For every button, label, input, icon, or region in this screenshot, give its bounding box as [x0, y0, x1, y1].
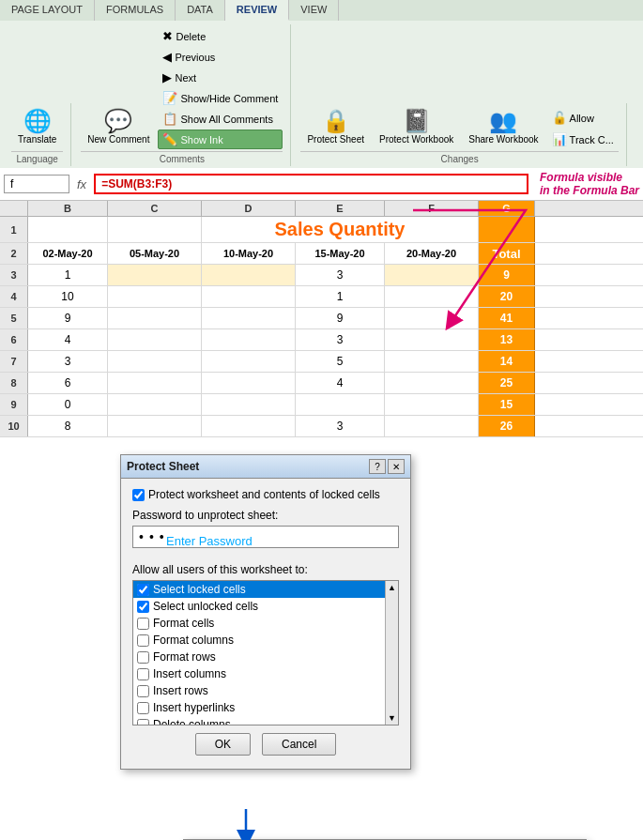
cell-d1[interactable]: Sales Quantity [202, 217, 479, 242]
cell-f2[interactable]: 20-May-20 [385, 243, 479, 264]
cell-e2[interactable]: 15-May-20 [296, 243, 385, 264]
cell-d8[interactable] [202, 373, 296, 393]
protect-workbook-button[interactable]: 📓 Protect Workbook [373, 105, 460, 149]
col-header-d[interactable]: D [202, 201, 296, 216]
cell-b5[interactable]: 9 [28, 308, 108, 328]
cell-d5[interactable] [202, 308, 296, 328]
cell-d10[interactable] [202, 416, 296, 436]
cell-reference[interactable]: f [4, 175, 69, 193]
cell-b6[interactable]: 4 [28, 329, 108, 350]
perm-insert-columns[interactable]: Insert columns [133, 665, 385, 682]
protect-cancel-button[interactable]: Cancel [262, 733, 336, 756]
perm-format-columns[interactable]: Format columns [133, 632, 385, 649]
cell-e8[interactable]: 4 [296, 373, 385, 393]
cell-e9[interactable] [296, 394, 385, 415]
scrollbar[interactable]: ▲ ▼ [385, 581, 398, 725]
col-header-e[interactable]: E [296, 201, 385, 216]
cell-d6[interactable] [202, 329, 296, 350]
share-workbook-button[interactable]: 👥 Share Workbook [462, 105, 544, 149]
show-ink-button[interactable]: ✏️ Show Ink [158, 130, 283, 149]
cell-d7[interactable] [202, 351, 296, 372]
cell-e3[interactable]: 3 [296, 265, 385, 285]
cell-b2[interactable]: 02-May-20 [28, 243, 108, 264]
cell-g4[interactable]: 20 [479, 286, 535, 307]
cell-b4[interactable]: 10 [28, 286, 108, 307]
perm-delete-columns[interactable]: Delete columns [133, 716, 385, 725]
cell-g5[interactable]: 41 [479, 308, 535, 328]
cell-f3[interactable] [385, 265, 479, 285]
cell-d2[interactable]: 10-May-20 [202, 243, 296, 264]
translate-button[interactable]: 🌐 Translate [11, 105, 63, 149]
cell-b8[interactable]: 6 [28, 373, 108, 393]
tab-review[interactable]: REVIEW [225, 0, 289, 21]
cell-g9[interactable]: 15 [479, 394, 535, 415]
cell-b1[interactable] [28, 217, 108, 242]
delete-button[interactable]: ✖ Delete [158, 26, 283, 46]
allow-button[interactable]: 🔓 Allow [547, 108, 619, 128]
cell-c6[interactable] [108, 329, 202, 350]
tab-data[interactable]: DATA [176, 0, 225, 21]
cell-d4[interactable] [202, 286, 296, 307]
cell-b3[interactable]: 1 [28, 265, 108, 285]
cell-e5[interactable]: 9 [296, 308, 385, 328]
cell-g7[interactable]: 14 [479, 351, 535, 372]
cell-c9[interactable] [108, 394, 202, 415]
track-button[interactable]: 📊 Track C... [547, 130, 619, 149]
perm-insert-rows[interactable]: Insert rows [133, 682, 385, 699]
cell-f8[interactable] [385, 373, 479, 393]
show-hide-button[interactable]: 📝 Show/Hide Comment [158, 88, 283, 108]
cell-g3[interactable]: 9 [479, 265, 535, 285]
cell-g6[interactable]: 13 [479, 329, 535, 350]
cell-c5[interactable] [108, 308, 202, 328]
col-header-b[interactable]: B [28, 201, 108, 216]
cell-b9[interactable]: 0 [28, 394, 108, 415]
previous-button[interactable]: ◀ Previous [158, 47, 283, 67]
col-header-f[interactable]: F [385, 201, 479, 216]
show-all-button[interactable]: 📋 Show All Comments [158, 109, 283, 129]
protect-sheet-button[interactable]: 🔒 Protect Sheet [300, 105, 371, 149]
col-header-c[interactable]: C [108, 201, 202, 216]
perm-select-unlocked[interactable]: Select unlocked cells [133, 598, 385, 615]
cell-c8[interactable] [108, 373, 202, 393]
cell-c1[interactable] [108, 217, 202, 242]
cell-d9[interactable] [202, 394, 296, 415]
new-comment-button[interactable]: 💬 New Comment [81, 105, 156, 149]
cell-d3[interactable] [202, 265, 296, 285]
cell-e4[interactable]: 1 [296, 286, 385, 307]
cell-g1[interactable] [479, 217, 535, 242]
cell-c3[interactable] [108, 265, 202, 285]
perm-select-locked[interactable]: Select locked cells [133, 581, 385, 598]
perm-format-cells[interactable]: Format cells [133, 615, 385, 632]
next-button[interactable]: ▶ Next [158, 68, 283, 87]
cell-b7[interactable]: 3 [28, 351, 108, 372]
close-dialog-button[interactable]: ✕ [388, 459, 405, 474]
cell-e6[interactable]: 3 [296, 329, 385, 350]
protect-checkbox[interactable] [132, 489, 145, 501]
cell-f9[interactable] [385, 394, 479, 415]
cell-c10[interactable] [108, 416, 202, 436]
help-button[interactable]: ? [369, 459, 386, 474]
protect-ok-button[interactable]: OK [195, 733, 251, 756]
cell-e10[interactable]: 3 [296, 416, 385, 436]
cell-g8[interactable]: 25 [479, 373, 535, 393]
cell-c7[interactable] [108, 351, 202, 372]
cell-g10[interactable]: 26 [479, 416, 535, 436]
cell-c2[interactable]: 05-May-20 [108, 243, 202, 264]
cell-b10[interactable]: 8 [28, 416, 108, 436]
cell-e7[interactable]: 5 [296, 351, 385, 372]
col-header-g[interactable]: G [479, 201, 535, 216]
perm-format-rows[interactable]: Format rows [133, 649, 385, 665]
cell-c4[interactable] [108, 286, 202, 307]
formula-input[interactable] [94, 174, 528, 194]
cell-f10[interactable] [385, 416, 479, 436]
cell-f6[interactable] [385, 329, 479, 350]
tab-view[interactable]: VIEW [289, 0, 339, 21]
tab-formulas[interactable]: FORMULAS [95, 0, 176, 21]
cell-g2[interactable]: Total [479, 243, 535, 264]
perm-insert-hyperlinks[interactable]: Insert hyperlinks [133, 699, 385, 716]
cell-f7[interactable] [385, 351, 479, 372]
tab-page-layout[interactable]: PAGE LAYOUT [0, 0, 95, 21]
cell-f5[interactable] [385, 308, 479, 328]
cell-f4[interactable] [385, 286, 479, 307]
password-input[interactable] [132, 526, 399, 548]
